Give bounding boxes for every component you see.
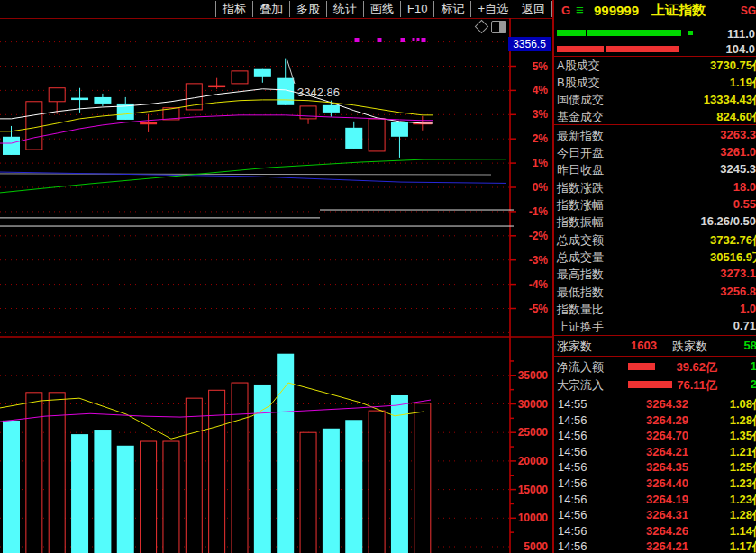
price-axis-tick-2%: 2%	[510, 132, 548, 145]
price-axis-tick-0%: 0%	[510, 181, 548, 194]
flow-extra-value: 2	[751, 377, 756, 391]
index-row-value: 18.0	[733, 180, 756, 194]
tick-amount: 1.14亿	[730, 523, 756, 539]
index-row: 总成交额3732.76亿	[554, 231, 756, 248]
price-axis-tick--5%: -5%	[510, 303, 548, 315]
tick-row: 14:563264.311.28亿	[554, 507, 756, 523]
flow-row: 大宗流入76.11亿2	[554, 376, 756, 393]
tick-row: 14:563264.211.21亿	[554, 444, 756, 460]
decliners-value: 58	[744, 339, 756, 352]
price-axis-tick--2%: -2%	[510, 230, 548, 242]
turnover-row: 国债成交13334.43亿	[554, 91, 756, 107]
turnover-row-value: 1.19亿	[730, 75, 756, 91]
quote-panel-header: G ≡ 999999 上证指数 SG	[554, 0, 756, 23]
tick-price: 3264.29	[646, 412, 688, 429]
price-annotation: 3342.86	[297, 86, 340, 99]
turnover-row-label: B股成交	[557, 75, 600, 91]
index-row: 今日开盘3261.0	[554, 144, 756, 160]
hamburger-menu-icon[interactable]: ≡	[576, 2, 584, 17]
index-row-label: 最低指数	[557, 285, 604, 301]
tick-amount: 1.23亿	[730, 492, 756, 508]
index-row: 指数振幅16.26/0.50	[554, 213, 756, 230]
index-row-label: 指数涨跌	[557, 180, 604, 196]
index-row: 最低指数3256.8	[554, 284, 756, 300]
index-row-value: 16.26/0.50	[701, 214, 756, 228]
tick-time: 14:56	[558, 507, 587, 523]
index-row-label: 总成交额	[557, 232, 604, 249]
tick-time: 14:56	[558, 428, 587, 444]
tick-time: 14:56	[558, 412, 587, 429]
index-row-label: 指数涨幅	[557, 197, 604, 213]
tick-time: 14:56	[558, 523, 587, 539]
bear-bar-segment	[557, 46, 604, 52]
price-scale-top-label: 3356.5	[508, 37, 551, 51]
index-row-label: 上证换手	[557, 319, 604, 335]
index-detail-section: 最新指数3263.3今日开盘3261.0昨日收盘3245.3指数涨跌18.0指数…	[554, 126, 756, 335]
tick-row: 14:563264.701.35亿	[554, 428, 756, 444]
volume-axis-tick-10000: 10000	[510, 512, 548, 524]
divider	[554, 394, 756, 394]
bull-gauge-value: 111.0	[727, 27, 755, 41]
money-flow-section: 净流入额39.62亿1大宗流入76.11亿2	[554, 358, 756, 394]
tick-price: 3264.70	[646, 428, 688, 444]
turnover-row-value: 824.60亿	[716, 109, 756, 125]
split-window-icon[interactable]	[491, 21, 506, 33]
bear-bar-segment	[606, 46, 679, 52]
g-indicator: G	[561, 4, 570, 17]
tick-amount: 1.35亿	[730, 428, 756, 444]
tick-row: 14:563264.351.25亿	[554, 459, 756, 476]
divider	[554, 124, 756, 125]
tick-list[interactable]: 14:553264.321.08亿14:563264.291.28亿14:563…	[554, 396, 756, 553]
tick-time: 14:56	[558, 539, 587, 553]
volume-axis-tick-25000: 25000	[510, 426, 548, 439]
price-chart-pane[interactable]	[0, 18, 510, 337]
stock-app-window: 指标叠加多股统计画线F10标记+自选返回 3356.5 3342.86 5%4%…	[0, 0, 756, 553]
flow-bar	[628, 381, 672, 388]
tick-price: 3264.32	[646, 396, 688, 412]
tick-amount: 1.21亿	[730, 444, 756, 460]
tick-price: 3264.31	[646, 507, 688, 523]
flow-bar	[628, 363, 655, 370]
tick-row: 14:563264.211.17亿	[554, 539, 756, 553]
quote-panel: G ≡ 999999 上证指数 SG 111.0 104.0 A股成交3730.…	[552, 0, 756, 553]
volume-axis-tick-30000: 30000	[510, 398, 548, 411]
bear-gauge-value: 104.0	[725, 42, 755, 56]
tick-price: 3264.21	[646, 444, 688, 460]
tick-row: 14:563264.261.14亿	[554, 523, 756, 539]
index-row-label: 今日开盘	[557, 145, 604, 161]
advancers-value: 1603	[631, 339, 657, 352]
stock-name[interactable]: 上证指数	[651, 2, 706, 19]
index-row-value: 1.0	[740, 302, 756, 315]
volume-axis-tick-20000: 20000	[510, 455, 548, 467]
index-row-label: 指数量比	[557, 302, 604, 318]
header-right-tag: SG	[741, 5, 756, 17]
index-row: 最高指数3273.1	[554, 266, 756, 282]
index-row: 上证换手0.71	[554, 318, 756, 334]
tick-price: 3264.35	[646, 459, 688, 476]
volume-axis-tick-5000: 5000	[510, 540, 548, 553]
bull-bar-segment	[587, 30, 681, 36]
flow-value: 76.11亿	[677, 377, 717, 394]
index-row-label: 总成交量	[557, 249, 604, 266]
advancers-label: 涨家数	[557, 339, 592, 355]
tick-row: 14:563264.191.23亿	[554, 492, 756, 508]
tick-row: 14:563264.401.23亿	[554, 476, 756, 492]
index-row: 指数量比1.0	[554, 301, 756, 317]
price-axis-tick-4%: 4%	[510, 84, 548, 96]
turnover-row-value: 13334.43亿	[704, 92, 756, 108]
index-row-label: 最高指数	[557, 267, 604, 283]
tick-time: 14:56	[558, 459, 587, 476]
stock-code[interactable]: 999999	[594, 3, 639, 18]
tick-amount: 1.28亿	[730, 507, 756, 523]
index-row-value: 3732.76亿	[710, 232, 756, 249]
tick-amount: 1.23亿	[730, 476, 756, 492]
turnover-row-label: 基金成交	[557, 109, 604, 125]
tick-row: 14:563264.291.28亿	[554, 412, 756, 429]
index-row: 最新指数3263.3	[554, 127, 756, 143]
turnover-row-label: A股成交	[557, 58, 600, 74]
volume-chart-pane[interactable]	[0, 338, 510, 553]
price-axis-tick-5%: 5%	[510, 60, 548, 73]
tick-time: 14:55	[558, 396, 587, 412]
index-row: 指数涨幅0.55	[554, 196, 756, 213]
tick-amount: 1.28亿	[730, 412, 756, 429]
